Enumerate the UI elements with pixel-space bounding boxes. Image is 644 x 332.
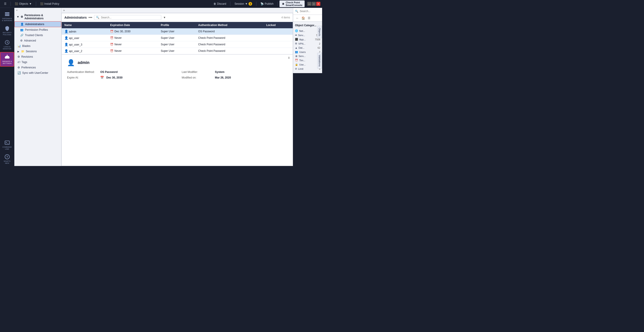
discard-button[interactable]: 🗑 Discard xyxy=(211,1,228,6)
limit-icon: ⊘ xyxy=(295,67,297,70)
nav-item-tags[interactable]: 🏷 Tags xyxy=(14,60,61,65)
objects-label: Objects xyxy=(19,2,28,6)
nav-item-sync[interactable]: 🔄 Sync with UserCenter xyxy=(14,70,61,76)
right-home-button[interactable]: 🏠 xyxy=(300,16,306,20)
right-search-input[interactable] xyxy=(300,10,320,13)
nav-item-advanced[interactable]: ⚙ Advanced xyxy=(14,38,61,43)
cat-name-serv2: 🖥Serv... xyxy=(295,55,306,58)
right-back-button[interactable]: ← xyxy=(295,16,300,20)
table-row[interactable]: 👤 api_user_3 ⏰Never Super User Check Poi… xyxy=(62,41,293,48)
detail-last-modifier-label: Last Modifier: xyxy=(182,70,213,74)
admins-search-input[interactable] xyxy=(101,16,159,19)
row-profile: Super User xyxy=(158,28,196,35)
category-item-serv[interactable]: ➡Serv... 513 xyxy=(295,33,320,37)
expire-icon: ⏰ xyxy=(110,43,114,46)
col-auth-method[interactable]: Authentication Method xyxy=(196,22,264,28)
col-expiration[interactable]: Expiration Date xyxy=(108,22,158,28)
table-row[interactable]: 👤 api_user ⏰Never Super User Check Point… xyxy=(62,35,293,41)
cat-name-net: 🌐Net... xyxy=(295,30,305,32)
category-item-use[interactable]: 🔒Use... 13 xyxy=(295,62,320,66)
whatsnew-icon: ? xyxy=(4,154,10,160)
nav-item-icon-tags: 🏷 xyxy=(18,60,20,64)
nav-item-sessions[interactable]: ▶ 📁 Sessions xyxy=(14,49,61,54)
nav-item-administrators[interactable]: 👤 Administrators xyxy=(14,21,61,27)
sidebar-item-whatsnew[interactable]: ? WHAT'S NEW xyxy=(0,152,14,166)
content-expand-icon[interactable]: » xyxy=(63,9,65,12)
right-search-icon: 🔍 xyxy=(295,10,298,13)
category-item-net[interactable]: 🌐Net... 44 xyxy=(295,29,320,33)
right-search-bar: 🔍 xyxy=(293,8,322,15)
nav-item-permission-profiles[interactable]: 👥 Permission Profiles xyxy=(14,27,61,32)
publish-button[interactable]: 📡 Publish xyxy=(258,1,276,6)
nav-item-label-revisions: Revisions xyxy=(21,55,33,58)
svg-rect-4 xyxy=(5,141,10,144)
close-button[interactable]: ✕ xyxy=(316,2,320,6)
objects-button[interactable]: ⬛ Objects ▼ xyxy=(12,1,34,6)
detail-expire-at-value: Dec 30, 2030 xyxy=(106,76,122,79)
svg-text:?: ? xyxy=(6,155,8,158)
minimize-button[interactable]: — xyxy=(307,2,311,6)
category-item-dat[interactable]: ▲Dat... 62 xyxy=(295,46,320,50)
admins-header: Administrators ••• 🔍 ▼ 4 items xyxy=(62,13,293,22)
icon-sidebar: GATEWAYS & SERVERS SECURITY POLICIES LOG… xyxy=(0,8,14,166)
nav-item-label-administrators: Administrators xyxy=(25,23,44,26)
nav-item-trusted-clients[interactable]: 🔗 Trusted Clients xyxy=(14,32,61,38)
detail-fields: Authentication Method: OS Password Last … xyxy=(67,70,287,79)
row-auth-method: Check Point Password xyxy=(196,35,264,41)
row-profile: Super User xyxy=(158,35,196,41)
nav-item-preferences[interactable]: ⚙ Preferences xyxy=(14,65,61,70)
sidebar-item-security[interactable]: SECURITY POLICIES xyxy=(0,24,14,38)
filter-icon[interactable]: ▼ xyxy=(163,16,166,19)
session-button[interactable]: Session ▼ 3 xyxy=(232,1,254,6)
row-profile: Super User xyxy=(158,41,196,48)
right-list-button[interactable]: ☰ xyxy=(307,16,311,20)
nav-item-icon-revisions: ⚙ xyxy=(18,55,20,58)
cat-count-app: 7508 xyxy=(315,38,320,41)
expire-icon: ⏰ xyxy=(110,49,114,52)
validations-tab[interactable]: Validations xyxy=(317,53,322,69)
use-icon: 🔒 xyxy=(295,63,298,66)
admins-more-button[interactable]: ••• xyxy=(88,16,92,20)
category-item-app[interactable]: ⬛App... 7508 xyxy=(295,37,320,42)
table-header-row: Name Expiration Date Profile Authenticat… xyxy=(62,22,293,28)
items-count: 4 items xyxy=(281,16,290,19)
nav-item-icon-preferences: ⚙ xyxy=(18,66,20,69)
row-user-icon: 👤 xyxy=(64,49,68,53)
tim-icon: ⏰ xyxy=(295,59,298,62)
nav-item-icon-permission-profiles: 👥 xyxy=(20,28,24,32)
detail-expire-at-label: Expire At: xyxy=(67,76,98,79)
menu-button[interactable]: ☰ xyxy=(2,1,9,6)
nav-item-blades[interactable]: 📊 Blades xyxy=(14,43,61,49)
category-item-users[interactable]: 👥Users 2 xyxy=(295,50,320,54)
nav-section-arrow: ▼ xyxy=(16,15,19,18)
detail-last-modifier-value: System xyxy=(215,70,224,74)
nav-item-icon-administrators: 👤 xyxy=(20,23,24,26)
nav-item-revisions[interactable]: ⚙ Revisions xyxy=(14,54,61,60)
row-name: 👤 api_user xyxy=(62,35,108,41)
cat-name-serv: ➡Serv... xyxy=(295,34,305,36)
col-profile[interactable]: Profile xyxy=(158,22,196,28)
nav-section-permissions[interactable]: ▼ ⚙ Permissions & Administrators xyxy=(14,12,61,21)
detail-collapse-button[interactable]: ⇕ xyxy=(288,56,290,60)
sidebar-item-gateways[interactable]: GATEWAYS & SERVERS xyxy=(0,10,14,23)
install-policy-button[interactable]: ⬛ Install Policy xyxy=(38,1,62,6)
maximize-button[interactable]: □ xyxy=(312,2,316,6)
category-item-serv2[interactable]: 🖥Serv... 1 xyxy=(295,54,320,58)
category-item-tim[interactable]: ⏰Tim... 3 xyxy=(295,58,320,62)
nav-item-icon-trusted-clients: 🔗 xyxy=(20,34,24,37)
manage-icon xyxy=(4,54,10,60)
sidebar-item-manage[interactable]: MANAGE & SETTINGS xyxy=(0,52,14,66)
nav-collapse-button[interactable]: « xyxy=(14,8,61,12)
category-item-limit[interactable]: ⊘Limit 4 xyxy=(295,66,320,71)
objects-tab[interactable]: Objects xyxy=(317,26,322,38)
category-item-vpn[interactable]: ⚙VPN... 2 xyxy=(295,42,320,46)
detail-modified-on-label: Modified on: xyxy=(182,76,213,79)
table-row[interactable]: 👤 admin ⏰Dec 30, 2030 Super User OS Pass… xyxy=(62,28,293,35)
sidebar-item-cmdline[interactable]: COMMAND LINE xyxy=(0,138,14,152)
table-row[interactable]: 👤 api_user_2 ⏰Never Super User Check Poi… xyxy=(62,48,293,54)
publish-label: Publish xyxy=(265,2,274,6)
sidebar-item-logs[interactable]: LOGS & MONITOR xyxy=(0,38,14,52)
col-name[interactable]: Name xyxy=(62,22,108,28)
col-locked[interactable]: Locked xyxy=(264,22,293,28)
logs-icon xyxy=(4,40,10,45)
